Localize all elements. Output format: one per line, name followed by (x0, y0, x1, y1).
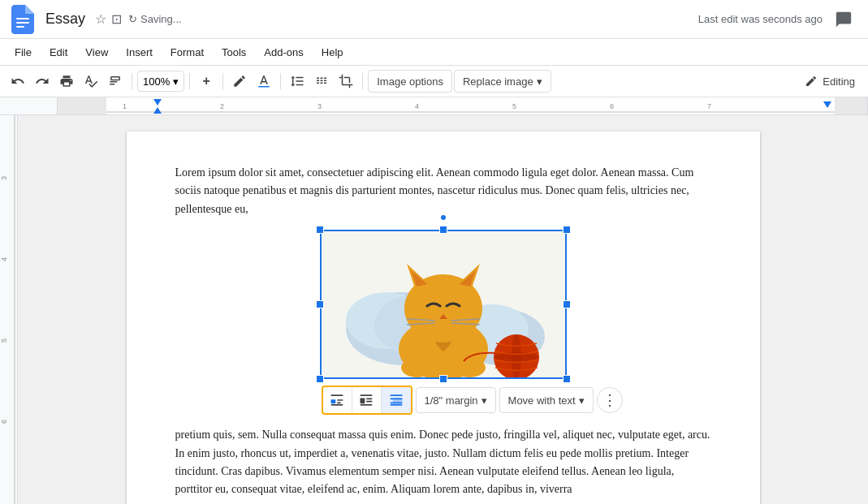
resize-handle-tc[interactable] (439, 226, 447, 234)
image-container[interactable]: 1/8" margin ▾ Move with text ▾ ⋮ (175, 231, 711, 377)
resize-handle-br[interactable] (563, 375, 571, 383)
divider-1 (132, 73, 132, 89)
last-edit-text: Last edit was seconds ago (698, 13, 823, 25)
wrap-left-button[interactable] (352, 387, 382, 413)
more-options-button[interactable]: ⋮ (597, 387, 623, 413)
svg-rect-49 (390, 395, 402, 397)
svg-rect-40 (331, 404, 343, 406)
print-button[interactable] (55, 70, 78, 93)
text-after: pretium quis, sem. Nulla consequat massa… (175, 426, 711, 499)
crop-button[interactable] (335, 70, 357, 93)
margin-dropdown[interactable]: 1/8" margin ▾ (416, 387, 496, 413)
resize-handle-tr[interactable] (563, 226, 571, 234)
menu-bar: File Edit View Insert Format Tools Add-o… (0, 39, 868, 65)
svg-rect-47 (366, 398, 373, 400)
menu-edit[interactable]: Edit (41, 43, 76, 62)
resize-handle-tl[interactable] (316, 226, 324, 234)
zoom-dropdown[interactable]: 100% ▾ (137, 71, 184, 92)
divider-3 (222, 73, 223, 89)
replace-image-label: Replace image (463, 75, 533, 88)
svg-point-35 (453, 358, 486, 377)
rotate-handle[interactable] (439, 213, 447, 222)
svg-point-34 (401, 358, 434, 377)
star-icon[interactable]: ☆ (95, 11, 106, 27)
spell-check-button[interactable] (80, 70, 102, 93)
svg-rect-41 (331, 399, 336, 403)
text-color-button[interactable] (253, 70, 275, 93)
editing-mode-button[interactable]: Editing (798, 70, 862, 93)
svg-text:2: 2 (220, 102, 224, 110)
divider-2 (189, 73, 190, 89)
menu-help[interactable]: Help (313, 43, 352, 62)
menu-insert[interactable]: Insert (118, 43, 161, 62)
menu-addons[interactable]: Add-ons (256, 43, 311, 62)
svg-text:1: 1 (123, 102, 127, 110)
move-with-text-label: Move with text (508, 394, 576, 407)
margin-dropdown-icon: ▾ (482, 394, 487, 407)
svg-rect-42 (337, 399, 343, 401)
divider-4 (280, 73, 281, 89)
columns-button[interactable] (310, 70, 333, 93)
margin-label: 1/8" margin (425, 394, 478, 407)
resize-handle-bc[interactable] (439, 375, 447, 383)
svg-rect-1 (16, 22, 29, 24)
zoom-value: 100% (143, 75, 170, 88)
ruler: 1 2 3 4 5 6 7 (0, 97, 868, 115)
svg-text:5: 5 (512, 102, 516, 110)
wrap-right-button[interactable] (382, 387, 411, 413)
saving-indicator: ↻ Saving... (128, 13, 182, 25)
menu-file[interactable]: File (6, 43, 40, 62)
app-icon (10, 4, 36, 35)
svg-rect-50 (390, 404, 402, 406)
add-button[interactable]: + (195, 70, 218, 93)
image-wrapper[interactable]: 1/8" margin ▾ Move with text ▾ ⋮ (322, 231, 565, 377)
resize-handle-ml[interactable] (316, 300, 324, 308)
svg-rect-48 (366, 401, 373, 403)
ruler-inner: 1 2 3 4 5 6 7 (57, 97, 868, 115)
svg-text:7: 7 (707, 102, 711, 110)
move-with-text-dropdown-icon: ▾ (579, 394, 585, 407)
pencil-button[interactable] (228, 70, 251, 93)
menu-format[interactable]: Format (162, 43, 212, 62)
svg-rect-52 (390, 398, 402, 400)
document-page: Lorem ipsum dolor sit amet, consectetuer… (127, 131, 760, 504)
saving-text: Saving... (140, 13, 182, 25)
svg-text:6: 6 (0, 420, 8, 424)
wrap-inline-button[interactable] (323, 387, 352, 413)
image-options-label: Image options (377, 75, 443, 88)
zoom-dropdown-icon: ▾ (173, 75, 179, 88)
image-inline-toolbar: 1/8" margin ▾ Move with text ▾ ⋮ (322, 386, 623, 415)
svg-text:4: 4 (0, 257, 8, 261)
drive-icon[interactable]: ⊡ (111, 11, 122, 27)
line-spacing-button[interactable] (286, 70, 309, 93)
document-area: Lorem ipsum dolor sit amet, consectetuer… (18, 115, 868, 504)
comments-icon[interactable] (829, 5, 858, 34)
left-ruler: 3 4 5 6 (0, 115, 18, 504)
wrap-button-group (322, 386, 412, 415)
move-with-text-button[interactable]: Move with text ▾ (499, 387, 594, 413)
redo-button[interactable] (31, 70, 54, 93)
image-options-button[interactable]: Image options (368, 70, 452, 93)
undo-button[interactable] (6, 70, 29, 93)
svg-rect-46 (361, 398, 365, 404)
svg-rect-0 (16, 18, 29, 19)
resize-handle-mr[interactable] (563, 300, 571, 308)
main-area: 3 4 5 6 Lorem ipsum dolor sit amet, cons… (0, 115, 868, 504)
paint-format-button[interactable] (104, 70, 127, 93)
resize-handle-bl[interactable] (316, 375, 324, 383)
svg-text:5: 5 (0, 338, 8, 342)
svg-rect-3 (259, 86, 270, 88)
replace-dropdown-icon: ▾ (537, 75, 542, 88)
svg-rect-43 (337, 403, 341, 404)
replace-image-button[interactable]: Replace image ▾ (454, 70, 551, 93)
title-icons: ☆ ⊡ (95, 11, 122, 27)
svg-rect-2 (16, 26, 24, 28)
svg-rect-45 (361, 404, 373, 406)
title-bar: Essay ☆ ⊡ ↻ Saving... Last edit was seco… (0, 0, 868, 39)
svg-rect-53 (390, 403, 402, 404)
menu-view[interactable]: View (77, 43, 116, 62)
refresh-icon: ↻ (128, 13, 137, 25)
menu-tools[interactable]: Tools (214, 43, 254, 62)
doc-title: Essay (45, 11, 85, 28)
svg-text:4: 4 (415, 102, 419, 110)
